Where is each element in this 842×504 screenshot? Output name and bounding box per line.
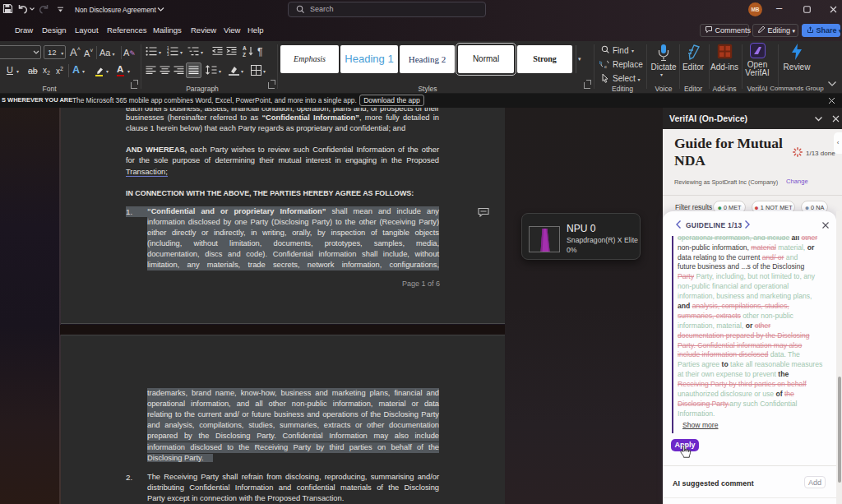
- svg-text:3: 3: [167, 53, 169, 57]
- svg-text:A: A: [243, 45, 247, 51]
- svg-text:c: c: [604, 64, 607, 69]
- svg-text:Z: Z: [243, 52, 246, 58]
